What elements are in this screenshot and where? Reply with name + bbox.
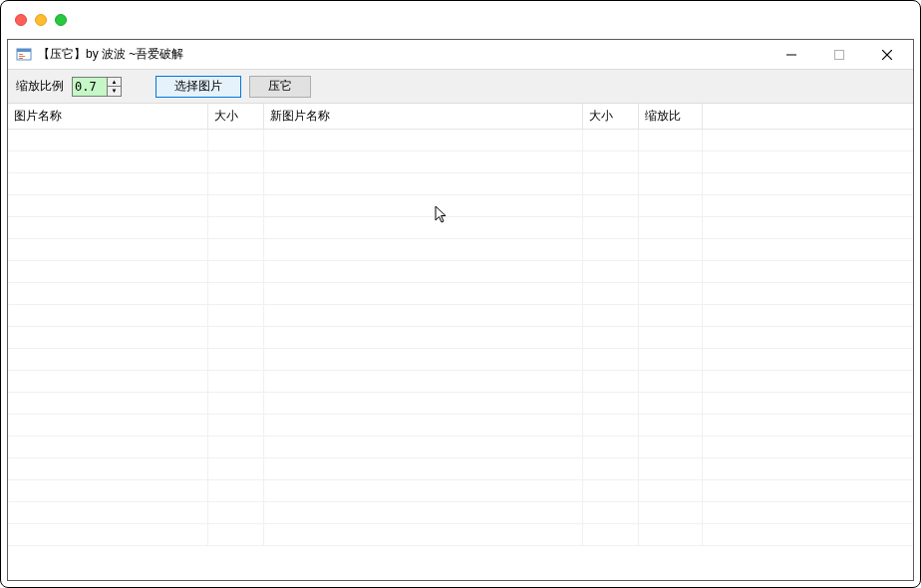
scale-input[interactable] bbox=[73, 78, 107, 96]
scale-label: 缩放比例 bbox=[16, 78, 64, 95]
mac-zoom-button[interactable] bbox=[55, 14, 67, 26]
table-row bbox=[8, 524, 913, 546]
table-area: 图片名称 大小 新图片名称 大小 缩放比 bbox=[8, 104, 913, 580]
outer-window: 【压它】by 波波 ~吾爱破解 缩放比例 ▲ ▼ bbox=[0, 0, 921, 588]
table-row bbox=[8, 261, 913, 283]
table-row bbox=[8, 305, 913, 327]
table-body bbox=[8, 130, 913, 546]
inner-titlebar: 【压它】by 波波 ~吾爱破解 bbox=[8, 40, 913, 70]
minimize-button[interactable] bbox=[779, 43, 803, 67]
app-window: 【压它】by 波波 ~吾爱破解 缩放比例 ▲ ▼ bbox=[7, 39, 914, 581]
svg-rect-1 bbox=[17, 49, 31, 52]
table-header-row: 图片名称 大小 新图片名称 大小 缩放比 bbox=[8, 104, 913, 130]
table-row bbox=[8, 437, 913, 458]
spinner-up-button[interactable]: ▲ bbox=[108, 78, 121, 88]
select-image-button[interactable]: 选择图片 bbox=[155, 76, 241, 98]
mac-close-button[interactable] bbox=[15, 14, 27, 26]
col-spacer bbox=[702, 104, 913, 130]
app-icon bbox=[16, 47, 32, 63]
table-row bbox=[8, 239, 913, 261]
table-row bbox=[8, 173, 913, 195]
col-new-size[interactable]: 大小 bbox=[582, 104, 638, 130]
spinner-buttons: ▲ ▼ bbox=[107, 78, 121, 96]
table-row bbox=[8, 327, 913, 349]
compress-button[interactable]: 压它 bbox=[249, 76, 311, 98]
col-new-image-name[interactable]: 新图片名称 bbox=[263, 104, 582, 130]
table-row bbox=[8, 195, 913, 217]
table-row bbox=[8, 283, 913, 305]
app-title: 【压它】by 波波 ~吾爱破解 bbox=[38, 46, 779, 63]
svg-rect-2 bbox=[19, 54, 23, 55]
table-row bbox=[8, 393, 913, 415]
table-row bbox=[8, 415, 913, 437]
table-row bbox=[8, 217, 913, 239]
spinner-down-button[interactable]: ▼ bbox=[108, 87, 121, 96]
table-row bbox=[8, 480, 913, 502]
data-table: 图片名称 大小 新图片名称 大小 缩放比 bbox=[8, 104, 913, 546]
mac-titlebar bbox=[1, 1, 920, 39]
scale-spinner[interactable]: ▲ ▼ bbox=[72, 77, 122, 97]
table-row bbox=[8, 349, 913, 371]
table-row bbox=[8, 502, 913, 524]
svg-rect-4 bbox=[19, 58, 23, 59]
table-row bbox=[8, 151, 913, 173]
col-size[interactable]: 大小 bbox=[207, 104, 263, 130]
svg-rect-3 bbox=[19, 56, 25, 57]
col-scale-ratio[interactable]: 缩放比 bbox=[638, 104, 702, 130]
toolbar: 缩放比例 ▲ ▼ 选择图片 压它 bbox=[8, 70, 913, 104]
mac-minimize-button[interactable] bbox=[35, 14, 47, 26]
table-row bbox=[8, 130, 913, 151]
col-image-name[interactable]: 图片名称 bbox=[8, 104, 207, 130]
window-controls bbox=[779, 43, 905, 67]
table-row bbox=[8, 371, 913, 393]
table-row bbox=[8, 458, 913, 480]
close-button[interactable] bbox=[875, 43, 899, 67]
maximize-button[interactable] bbox=[827, 43, 851, 67]
svg-rect-6 bbox=[835, 50, 844, 59]
